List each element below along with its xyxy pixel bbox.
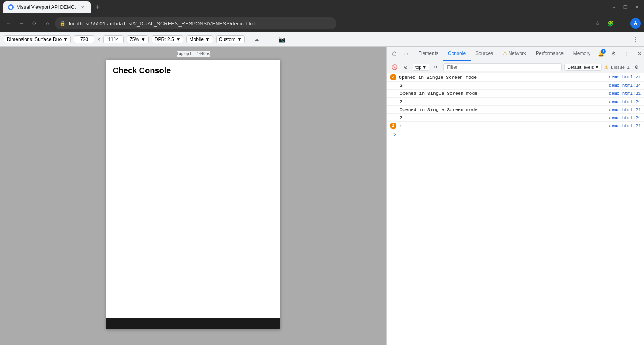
console-message-text: Opened in Single Screen mode <box>390 107 609 112</box>
new-tab-button[interactable]: + <box>92 2 103 13</box>
console-source-link[interactable]: demo.html:21 <box>609 75 641 80</box>
devtools-more-button[interactable]: ⋮ <box>621 48 632 60</box>
device-content: Check Console <box>106 60 280 82</box>
devtools-tab-icons: 🔔 1 ⚙ ⋮ ✕ <box>595 48 644 60</box>
device-dark-bar <box>106 318 280 329</box>
more-button[interactable]: ⋮ <box>630 35 640 44</box>
console-line: 2 Opened in Single Screen mode demo.html… <box>387 73 644 82</box>
console-number-text: 2 <box>390 83 609 88</box>
reload-button[interactable]: ⟳ <box>29 18 40 29</box>
settings-button[interactable]: ⋮ <box>617 18 629 29</box>
devtools-left-icons: ⬠ ▱ <box>388 48 412 60</box>
console-warning-badge: 2 <box>390 74 396 80</box>
tab-performance[interactable]: Performance <box>531 47 568 61</box>
context-selector[interactable]: top ▼ <box>413 64 429 71</box>
extensions-button[interactable]: 🧩 <box>605 18 616 29</box>
console-filter-input[interactable] <box>443 63 562 71</box>
dpr-selector[interactable]: DPR: 2.5 ▼ <box>152 35 184 43</box>
tab-elements[interactable]: Elements <box>413 47 443 61</box>
profile-button[interactable]: A <box>630 18 641 29</box>
console-source-link[interactable]: demo.html:21 <box>609 123 641 128</box>
window-controls: − ❐ ✕ <box>610 3 641 11</box>
console-settings-button[interactable]: ⚙ <box>632 63 641 72</box>
main-area: Laptop L – 1440px Check Console ⬠ ▱ Elem… <box>0 47 644 345</box>
console-clear-button[interactable]: 🚫 <box>390 63 399 72</box>
forward-button[interactable]: → <box>16 18 27 29</box>
console-toolbar: 🚫 ⊘ top ▼ 👁 Default levels ▼ ⚠ 1 Issue: … <box>387 61 644 73</box>
ruler-label: Laptop L – 1440px <box>177 51 210 57</box>
active-tab[interactable]: Visual Viewport API DEMO. ✕ <box>3 1 91 13</box>
notification-badge: 1 <box>601 49 606 54</box>
tab-sources[interactable]: Sources <box>471 47 498 61</box>
device-frame: Check Console <box>106 60 280 329</box>
inspect-element-button[interactable]: ⬠ <box>388 48 400 60</box>
touch-icon[interactable]: ☁ <box>252 35 261 44</box>
preset-selector[interactable]: Custom ▼ <box>216 35 245 43</box>
toolbar-divider <box>248 35 248 43</box>
mode-selector[interactable]: Mobile ▼ <box>186 35 213 43</box>
zoom-chevron-icon: ▼ <box>141 37 146 42</box>
dimension-separator: × <box>97 37 100 42</box>
console-number-text: 2 <box>390 115 609 120</box>
console-filter-button[interactable]: ⊘ <box>401 63 410 72</box>
console-source-link[interactable]: demo.html:24 <box>609 99 641 104</box>
devtools-panel: ⬠ ▱ Elements Console Sources ⚠ Network P… <box>386 47 644 345</box>
issue-warning-icon: ⚠ <box>604 64 609 70</box>
console-prompt-line[interactable]: > <box>387 130 644 140</box>
console-message-text: Opened in Single Screen mode <box>390 91 609 96</box>
viewport-area: Laptop L – 1440px Check Console <box>0 47 386 345</box>
console-prompt-symbol: > <box>390 131 399 139</box>
lock-icon: 🔒 <box>60 21 66 26</box>
devtools-settings-button[interactable]: ⚙ <box>608 48 619 60</box>
levels-selector[interactable]: Default levels ▼ <box>564 64 602 71</box>
levels-chevron-icon: ▼ <box>594 65 599 70</box>
back-button[interactable]: ← <box>3 18 14 29</box>
console-source-link[interactable]: demo.html:21 <box>609 107 641 112</box>
screenshot-icon[interactable]: 📷 <box>277 35 287 44</box>
address-bar: ← → ⟳ ⌂ 🔒 localhost:5500/LambdaTest/2_DU… <box>0 14 644 32</box>
tab-favicon <box>8 4 14 10</box>
close-button[interactable]: ✕ <box>633 3 641 11</box>
home-button[interactable]: ⌂ <box>42 18 53 29</box>
chevron-down-icon: ▼ <box>63 37 68 42</box>
console-source-link[interactable]: demo.html:24 <box>609 115 641 120</box>
console-source-link[interactable]: demo.html:21 <box>609 91 641 96</box>
ruler-bar: Laptop L – 1440px <box>177 51 210 57</box>
tab-close-button[interactable]: ✕ <box>79 4 86 10</box>
console-line: 2 demo.html:24 <box>387 98 644 106</box>
devtools-notification-button[interactable]: 🔔 1 <box>595 48 607 60</box>
device-mode-button[interactable]: ▱ <box>400 48 412 60</box>
height-input[interactable] <box>103 35 124 43</box>
issue-badge: ⚠ 1 Issue: 1 <box>604 64 630 70</box>
devtools-close-button[interactable]: ✕ <box>634 48 644 60</box>
console-number-text: 2 <box>390 99 609 104</box>
devtools-tabs: ⬠ ▱ Elements Console Sources ⚠ Network P… <box>387 47 644 61</box>
eye-button[interactable]: 👁 <box>432 63 441 72</box>
tab-memory[interactable]: Memory <box>568 47 595 61</box>
console-message-text: Opened in Single Screen mode <box>399 75 609 80</box>
dpr-chevron-icon: ▼ <box>176 37 181 42</box>
restore-button[interactable]: ❐ <box>621 3 630 11</box>
url-text: localhost:5500/LambdaTest/2_DUAL_SCREEN_… <box>69 21 256 27</box>
device-toolbar: Dimensions: Surface Duo ▼ × 75% ▼ DPR: 2… <box>0 32 644 47</box>
tab-bar: Visual Viewport API DEMO. ✕ + − ❐ ✕ <box>0 0 644 14</box>
dual-screen-icon[interactable]: ▭ <box>264 35 274 44</box>
zoom-selector[interactable]: 75% ▼ <box>127 35 149 43</box>
url-bar[interactable]: 🔒 localhost:5500/LambdaTest/2_DUAL_SCREE… <box>55 17 336 29</box>
bookmarks-button[interactable]: ☆ <box>592 18 603 29</box>
console-line: 2 2 demo.html:21 <box>387 122 644 130</box>
width-input[interactable] <box>74 35 94 43</box>
tab-network[interactable]: ⚠ Network <box>498 47 531 61</box>
minimize-button[interactable]: − <box>610 3 618 11</box>
console-source-link[interactable]: demo.html:24 <box>609 83 641 88</box>
tab-title: Visual Viewport API DEMO. <box>17 4 76 10</box>
device-heading: Check Console <box>113 66 274 75</box>
device-selector[interactable]: Dimensions: Surface Duo ▼ <box>4 35 71 43</box>
browser-actions: ☆ 🧩 ⋮ A <box>592 18 641 29</box>
console-line: Opened in Single Screen mode demo.html:2… <box>387 106 644 114</box>
network-warning-icon: ⚠ <box>503 51 507 56</box>
browser-chrome: Visual Viewport API DEMO. ✕ + − ❐ ✕ ← → … <box>0 0 644 32</box>
tab-console[interactable]: Console <box>443 47 471 61</box>
device-frame-container: Check Console <box>106 60 280 329</box>
preset-chevron-icon: ▼ <box>237 37 242 42</box>
